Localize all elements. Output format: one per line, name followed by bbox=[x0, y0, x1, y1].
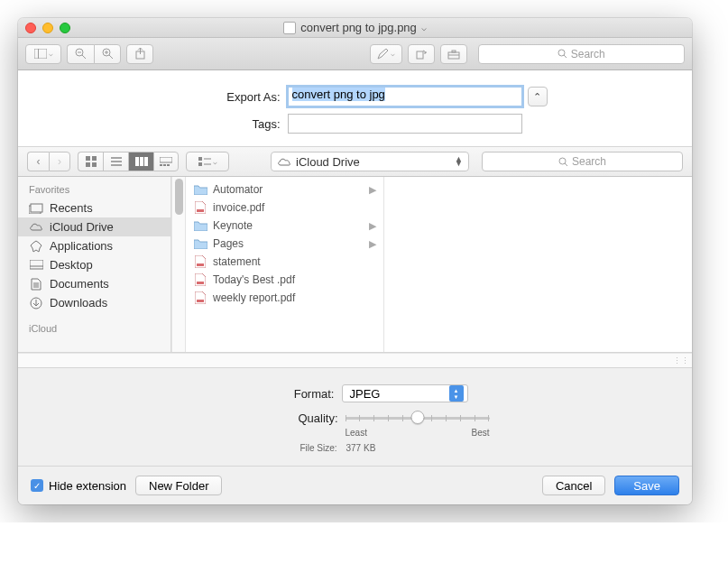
column-view-button[interactable] bbox=[128, 152, 153, 171]
file-item[interactable]: Automator ▶ bbox=[186, 180, 383, 199]
search-icon bbox=[558, 49, 567, 59]
sidebar-item-label: Downloads bbox=[50, 296, 107, 310]
horizontal-scrollbar[interactable]: ⋮⋮ bbox=[18, 353, 692, 367]
svg-rect-13 bbox=[452, 51, 456, 52]
format-value: JPEG bbox=[350, 387, 449, 401]
file-name: Automator bbox=[213, 183, 263, 196]
updown-icon: ▲▼ bbox=[455, 157, 463, 166]
location-label: iCloud Drive bbox=[296, 155, 360, 169]
markup-button[interactable]: ⌵ bbox=[370, 44, 402, 64]
file-item[interactable]: Pages ▶ bbox=[186, 235, 383, 253]
svg-rect-11 bbox=[417, 51, 423, 59]
zoom-window-button[interactable] bbox=[60, 23, 70, 33]
sidebar-scrollbar[interactable] bbox=[171, 177, 186, 352]
zoom-segment bbox=[67, 44, 121, 64]
file-name: statement bbox=[213, 255, 261, 268]
icon-view-button[interactable] bbox=[78, 152, 103, 171]
sidebar-item-desktop[interactable]: Desktop bbox=[18, 255, 170, 274]
toolbar-search-field[interactable]: Search bbox=[478, 44, 686, 64]
minimize-window-button[interactable] bbox=[42, 23, 53, 33]
forward-button[interactable]: › bbox=[49, 152, 70, 171]
file-item[interactable]: Keynote ▶ bbox=[186, 217, 383, 235]
downloads-icon bbox=[29, 297, 43, 310]
file-item[interactable]: weekly report.pdf bbox=[186, 289, 383, 307]
list-view-button[interactable] bbox=[103, 152, 128, 171]
resize-handle-icon[interactable]: ⋮⋮ bbox=[673, 356, 689, 365]
columns-icon bbox=[135, 157, 148, 166]
quality-slider[interactable] bbox=[346, 410, 490, 426]
svg-rect-47 bbox=[197, 263, 204, 266]
back-button[interactable]: ‹ bbox=[27, 152, 49, 171]
sidebar-item-icloud-drive[interactable]: iCloud Drive bbox=[18, 217, 170, 236]
location-popup[interactable]: iCloud Drive ▲▼ bbox=[271, 152, 469, 171]
svg-line-6 bbox=[109, 55, 113, 59]
file-browser: Favorites Recents iCloud Drive Applicati… bbox=[18, 177, 692, 353]
collapse-button[interactable]: ⌃ bbox=[528, 87, 548, 106]
file-name: Keynote bbox=[213, 219, 253, 232]
svg-rect-31 bbox=[198, 157, 202, 161]
svg-rect-26 bbox=[144, 157, 148, 166]
save-button[interactable]: Save bbox=[614, 476, 679, 495]
disclosure-arrow-icon: ▶ bbox=[369, 220, 376, 232]
svg-rect-24 bbox=[135, 157, 139, 166]
cancel-button[interactable]: Cancel bbox=[542, 476, 605, 495]
inspector-button[interactable] bbox=[440, 44, 467, 64]
tags-field[interactable] bbox=[288, 114, 522, 134]
close-window-button[interactable] bbox=[25, 23, 36, 33]
grid-icon bbox=[86, 156, 97, 167]
share-button[interactable] bbox=[126, 44, 153, 64]
new-folder-button[interactable]: New Folder bbox=[135, 476, 222, 495]
title-chevron-icon[interactable]: ⌵ bbox=[421, 23, 427, 32]
zoom-in-button[interactable] bbox=[94, 44, 121, 64]
slider-knob[interactable] bbox=[410, 411, 424, 424]
file-item[interactable]: statement bbox=[186, 253, 383, 271]
chevron-right-icon: › bbox=[58, 155, 61, 168]
zoom-in-icon bbox=[102, 48, 114, 60]
filesize-value: 377 KB bbox=[346, 443, 491, 453]
svg-rect-17 bbox=[86, 156, 90, 161]
cloud-icon bbox=[277, 157, 291, 167]
sidebar-toggle-button[interactable]: ⌵ bbox=[25, 44, 61, 64]
sidebar-item-documents[interactable]: Documents bbox=[18, 274, 170, 293]
chevron-up-icon: ⌃ bbox=[533, 91, 541, 103]
hide-extension-checkbox[interactable]: ✓ Hide extension bbox=[31, 479, 126, 493]
zoom-out-button[interactable] bbox=[67, 44, 94, 64]
nav-segment: ‹ › bbox=[27, 152, 70, 171]
gallery-view-button[interactable] bbox=[153, 152, 179, 171]
sidebar-item-recents[interactable]: Recents bbox=[18, 199, 170, 217]
svg-rect-19 bbox=[86, 162, 90, 167]
window-title: convert png to jpg.png ⌵ bbox=[70, 21, 640, 34]
pdf-icon bbox=[193, 254, 207, 269]
svg-line-3 bbox=[82, 55, 86, 59]
format-popup[interactable]: JPEG ▲▼ bbox=[342, 384, 468, 402]
quality-least-label: Least bbox=[346, 428, 367, 438]
group-by-button[interactable]: ⌵ bbox=[186, 152, 229, 171]
sidebar-item-applications[interactable]: Applications bbox=[18, 236, 170, 255]
folder-icon bbox=[193, 182, 207, 197]
file-item[interactable]: invoice.pdf bbox=[186, 199, 383, 217]
format-options-panel: Format: JPEG ▲▼ Quality: Least Best File… bbox=[18, 367, 692, 466]
file-name: invoice.pdf bbox=[213, 201, 264, 214]
document-proxy-icon[interactable] bbox=[283, 22, 296, 34]
browser-search-field[interactable]: Search bbox=[482, 152, 683, 171]
sidebar-item-downloads[interactable]: Downloads bbox=[18, 293, 170, 312]
export-filename-input[interactable]: convert png to jpg bbox=[288, 87, 522, 106]
file-item[interactable]: Today's Best .pdf bbox=[186, 271, 383, 289]
sidebar-header-icloud: iCloud bbox=[18, 321, 170, 337]
svg-rect-28 bbox=[160, 164, 162, 166]
hide-extension-label: Hide extension bbox=[49, 479, 126, 493]
svg-line-36 bbox=[565, 163, 567, 166]
save-dialog-window: convert png to jpg.png ⌵ ⌵ ⌵ Search Expo… bbox=[18, 18, 692, 504]
rotate-button[interactable] bbox=[408, 44, 435, 64]
cloud-icon bbox=[29, 221, 43, 234]
pencil-icon bbox=[377, 49, 390, 60]
svg-rect-25 bbox=[140, 157, 143, 166]
file-name: Pages bbox=[213, 237, 244, 250]
svg-point-15 bbox=[558, 50, 565, 56]
popup-arrows-icon: ▲▼ bbox=[449, 385, 464, 402]
svg-rect-32 bbox=[198, 162, 202, 166]
sidebar-item-label: Documents bbox=[50, 277, 109, 291]
svg-rect-39 bbox=[30, 260, 43, 269]
file-column-2 bbox=[384, 177, 692, 352]
scrollbar-thumb[interactable] bbox=[175, 179, 183, 215]
